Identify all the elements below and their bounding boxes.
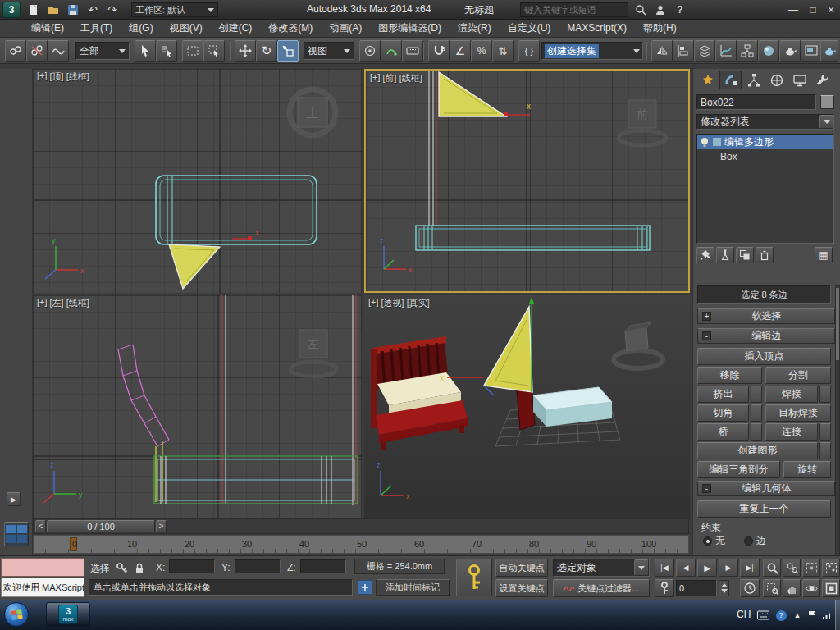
remove-button[interactable]: 移除 (697, 367, 762, 384)
spinner-down-icon[interactable] (721, 589, 728, 593)
selection-lock-icon[interactable] (131, 559, 148, 575)
named-selection-sets-dropdown[interactable]: 创建选择集 (541, 42, 643, 60)
modifier-list-dropdown[interactable]: 修改器列表 (696, 114, 834, 130)
orbit-button[interactable] (802, 579, 820, 597)
time-configuration-button[interactable] (740, 579, 760, 597)
new-scene-icon[interactable] (25, 2, 43, 17)
tab-display[interactable] (788, 71, 810, 89)
add-time-tag-button[interactable]: 添加时间标记 (376, 579, 450, 596)
show-desktop-button[interactable] (835, 600, 840, 630)
lightbulb-icon[interactable] (699, 136, 710, 148)
viewcube-ghost[interactable]: 左 (290, 330, 336, 377)
help-icon[interactable]: ? (673, 3, 687, 16)
select-and-link-icon[interactable] (5, 40, 26, 62)
select-by-name-icon[interactable] (156, 40, 177, 62)
start-button[interactable] (4, 602, 29, 627)
spline-shape[interactable] (169, 244, 220, 289)
zoom-button[interactable] (763, 559, 781, 577)
selection-filter-dropdown[interactable]: 全部 (75, 42, 130, 60)
frame-forward-arrow[interactable]: > (156, 520, 167, 532)
viewport-left[interactable]: [+] [左] [线框] 左 (33, 295, 362, 518)
transform-gizmo[interactable]: x (504, 102, 531, 116)
zoom-extents-button[interactable] (802, 559, 820, 577)
bridge-settings-button[interactable] (751, 423, 762, 441)
spinner-up-icon[interactable] (721, 583, 728, 587)
make-unique-button[interactable] (736, 247, 754, 263)
spinner-snap-toggle-icon[interactable]: ⇅ (492, 40, 514, 62)
transform-gizmo[interactable]: x (232, 228, 259, 240)
layer-manager-icon[interactable] (694, 40, 715, 62)
viewport-menu-button[interactable]: [+] (368, 297, 379, 309)
save-file-icon[interactable] (64, 2, 82, 17)
rectangular-selection-region-icon[interactable] (182, 40, 203, 62)
schematic-view-icon[interactable] (737, 40, 758, 62)
viewport-shading-button[interactable]: [真实] (407, 297, 430, 309)
menu-item-rendering[interactable]: 渲染(R) (450, 20, 500, 37)
viewport-shading-button[interactable]: [线框] (399, 72, 422, 84)
viewport-perspective[interactable]: [+] [透视] [真实] (364, 295, 690, 518)
stack-item-edit-poly[interactable]: 编辑多边形 (697, 135, 833, 149)
mirror-icon[interactable] (651, 40, 673, 62)
zoom-extents-all-button[interactable] (822, 559, 840, 577)
maxscript-macro-recorder[interactable] (1, 558, 84, 577)
rollout-edit-edges[interactable]: - 编辑边 (697, 328, 835, 344)
rendered-frame-window-icon[interactable] (801, 40, 822, 62)
zoom-all-button[interactable] (783, 559, 801, 577)
set-key-toggle-button[interactable] (456, 559, 492, 596)
menu-item-customize[interactable]: 自定义(U) (500, 20, 559, 37)
play-button[interactable]: ▶ (697, 559, 717, 577)
constraint-edge-radio[interactable]: 边 (744, 534, 766, 548)
edit-triangulation-button[interactable]: 编辑三角剖分 (697, 461, 780, 478)
collapse-icon[interactable]: - (702, 484, 711, 493)
help-tray-icon[interactable]: ? (774, 609, 788, 622)
repeat-last-button[interactable]: 重复上一个 (697, 500, 831, 518)
viewcube-ghost[interactable]: 上 (290, 89, 336, 135)
go-to-end-button[interactable]: ▶| (740, 559, 760, 577)
menu-item-group[interactable]: 组(G) (121, 20, 161, 37)
create-shape-button[interactable]: 创建图形 (697, 442, 818, 459)
pan-hand-button[interactable] (783, 579, 801, 597)
collapse-icon[interactable]: - (702, 331, 711, 340)
maximize-viewport-toggle-button[interactable] (822, 579, 840, 597)
viewport-shading-button[interactable]: [线框] (66, 297, 89, 309)
menu-item-tools[interactable]: 工具(T) (72, 20, 121, 37)
angle-snap-toggle-icon[interactable]: ∠ (450, 40, 471, 62)
viewport-view-button[interactable]: [透视] (381, 297, 404, 309)
viewport-menu-button[interactable]: [+] (37, 71, 48, 83)
object-color-swatch[interactable] (820, 95, 834, 109)
insert-vertex-button[interactable]: 插入顶点 (697, 348, 831, 365)
menu-item-help[interactable]: 帮助(H) (635, 20, 685, 37)
bed-frame-wire[interactable] (156, 176, 317, 244)
select-and-move-icon[interactable] (235, 40, 256, 62)
track-bar[interactable]: 0 10 20 30 40 50 60 70 80 90 100 (33, 535, 689, 554)
tab-create[interactable] (696, 71, 719, 89)
tab-modify[interactable] (719, 71, 742, 89)
maxscript-mini-listener[interactable]: 欢迎使用 MAXScript (1, 578, 84, 597)
current-frame-input[interactable] (676, 580, 717, 596)
previous-frame-button[interactable]: ◀ (676, 559, 696, 577)
action-center-flag-icon[interactable] (806, 609, 819, 622)
app-logo-icon[interactable]: 3 (2, 2, 21, 18)
target-weld-button[interactable]: 目标焊接 (765, 404, 831, 422)
pin-stack-button[interactable] (696, 247, 714, 263)
open-mini-curve-editor-button[interactable] (4, 522, 29, 546)
spline-shape[interactable] (484, 307, 532, 392)
curve-editor-icon[interactable] (715, 40, 737, 62)
bed-base-wire[interactable] (416, 226, 650, 250)
configure-modifier-sets-button[interactable]: ▦ (815, 247, 833, 263)
z-coordinate-input[interactable] (300, 559, 346, 573)
select-and-manipulate-icon[interactable] (381, 40, 402, 62)
viewcube-ghost[interactable] (614, 322, 663, 368)
selected-edges-wire[interactable] (156, 441, 162, 502)
remove-modifier-button[interactable] (756, 247, 774, 263)
mattress-box[interactable] (533, 387, 612, 427)
viewport-top[interactable]: [+] [顶] [线框] 上 (33, 69, 362, 293)
bed-model[interactable] (371, 336, 468, 450)
connect-settings-button[interactable] (819, 423, 831, 441)
time-slider[interactable]: < 0 / 100 > (33, 518, 689, 534)
viewport-view-button[interactable]: [顶] (50, 71, 64, 83)
next-frame-button[interactable]: ▶ (719, 559, 738, 577)
time-slider-handle[interactable]: 0 / 100 (47, 520, 155, 532)
frame-back-arrow[interactable]: < (35, 520, 46, 532)
scrollbar-thumb[interactable] (836, 288, 839, 360)
